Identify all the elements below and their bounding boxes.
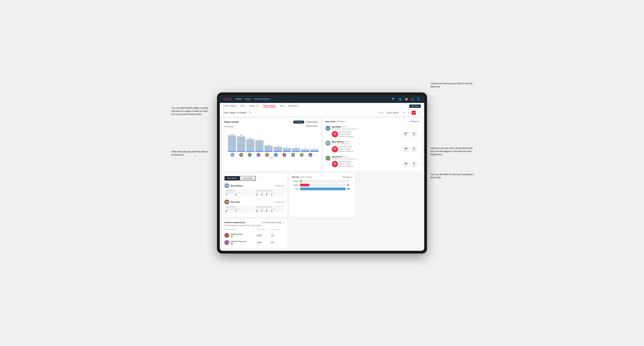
player-avatar-9[interactable]: LR <box>308 153 312 157</box>
best-shots-tab[interactable]: Best Shots <box>326 121 336 123</box>
shot-chevron-0[interactable]: › <box>419 126 420 129</box>
scoring-players-label: All Players <box>343 176 351 178</box>
bar-highlight-9 <box>310 151 318 152</box>
app-label-1: APP <box>261 208 264 210</box>
bar-9[interactable] <box>310 149 318 152</box>
practice-dropdown[interactable]: PUTT Must Make Putting … ▾ <box>262 222 285 223</box>
most-active-tab[interactable]: Most Active <box>224 176 240 180</box>
show-dropdown[interactable]: Last 3 months <box>385 111 400 114</box>
nav-item-teams[interactable]: Teams <box>245 98 251 100</box>
add-team-button[interactable]: Add Team <box>409 105 421 108</box>
player-avatar-3[interactable]: JC <box>256 153 260 157</box>
view-list-button[interactable]: ≡ <box>416 111 421 115</box>
on-course-label: On Course <box>224 126 234 128</box>
app-stat-1: APP 0 <box>261 208 264 212</box>
player-avatar-5[interactable]: OB <box>274 153 278 157</box>
scoring-bar-row-0: Eagles 3 <box>292 180 352 183</box>
putt-label-0: PUTT <box>271 192 275 194</box>
active-player-date-1: 02 Sep 2023 <box>275 201 285 203</box>
sub-nav-pgat[interactable]: PGAT Players <box>223 105 236 107</box>
annotation-filter: Filter what data you wish the table to b… <box>172 150 210 156</box>
col-pb-score: PB Score <box>257 229 271 230</box>
sub-nav-team-clippd[interactable]: Team Clippd <box>263 105 276 108</box>
bar-0[interactable] <box>228 135 236 152</box>
practice-activities-values-0: GTT 0 APP 0 ARG 0 PUTT 1 <box>256 192 284 196</box>
bar-highlight-2 <box>246 151 254 152</box>
practice-rows: Richard Butler 1 19/20 110 Edward Crossm… <box>224 232 285 246</box>
annotation-player-select: You can select which player is doing the… <box>172 106 210 116</box>
shot-entries: MM Matt Miller Hole 15 09 Jun 2023 · Roy… <box>326 124 420 169</box>
least-active-tab[interactable]: Least Active <box>240 176 256 180</box>
bar-group-3: 9 <box>255 138 264 152</box>
gtt-label-1: GTT <box>256 208 259 210</box>
bar-3[interactable] <box>255 140 264 152</box>
rank-badge-1: 2 <box>231 242 233 245</box>
scoring-bar-wrap-0 <box>300 180 346 183</box>
view-grid3-button[interactable]: ⊟ <box>407 111 411 115</box>
bar-1[interactable] <box>237 137 245 152</box>
pb-score-0: 19/20 <box>257 234 271 236</box>
sub-nav-pga[interactable]: PGA <box>240 105 245 107</box>
total-rounds-title-0: Total Rounds <box>226 190 253 191</box>
bar-5[interactable] <box>274 147 282 152</box>
player-avatar-7[interactable]: MM <box>291 153 295 157</box>
tournament-label-1: Tournament <box>226 208 233 210</box>
scoring-count-0: 3 <box>347 180 352 182</box>
bar-group-9: 2 <box>310 147 318 152</box>
shot-info-0: Matt Miller Hole 15 09 Jun 2023 · Royal … <box>332 126 418 138</box>
edit-icon[interactable]: ✏️ <box>249 112 251 114</box>
player-avatar-8[interactable]: EC <box>300 153 304 157</box>
view-icons: ⊞ ⊟ ♥ ≡ <box>402 111 421 115</box>
total-rounds-chevron[interactable]: ▾ <box>318 125 318 127</box>
player-avatars-row: BMBBDFJCEEOBRBMMECLR <box>224 153 318 157</box>
bar-6[interactable] <box>283 148 291 152</box>
filter-on-course[interactable]: On Course <box>293 121 304 124</box>
view-heart-button[interactable]: ♥ <box>412 111 416 115</box>
bar-2[interactable] <box>246 139 254 152</box>
search-icon[interactable]: 🔍 <box>391 97 396 101</box>
player-avatar-0[interactable]: BM <box>230 153 234 157</box>
shot-chevron-1[interactable]: › <box>419 141 420 144</box>
nav-icons: 🔍 👥 🔔 ⊕ 👤 <box>391 97 421 101</box>
shot-details-0: 200 SG Shot Dist: 67 yds Start Lie: Roug… <box>332 131 418 138</box>
all-shots-dropdown[interactable]: All Shots ▾ <box>337 121 345 123</box>
shot-avatar-1: BM <box>326 141 330 146</box>
team-header-right: Show: Last 3 months ⊞ ⊟ ♥ ≡ <box>378 111 421 115</box>
nav-item-performance[interactable]: My Performance <box>254 98 270 100</box>
arg-value-1: 0 <box>266 210 269 212</box>
top-nav: clippd Home Teams My Performance 🔍 👥 🔔 ⊕… <box>220 95 424 103</box>
shot-chevron-2[interactable]: › <box>419 156 420 159</box>
practice-activities-section-1: Total Practice Activities GTT 0 APP 0 AR… <box>255 205 285 213</box>
users-icon[interactable]: 👥 <box>398 97 402 101</box>
bar-4[interactable] <box>264 145 273 152</box>
sub-nav-hcaps[interactable]: Hcaps 1-5 <box>249 105 259 107</box>
gtt-label-0: GTT <box>256 192 259 194</box>
bell-icon[interactable]: 🔔 <box>404 97 408 101</box>
tournament-label-0: Tournament <box>226 192 233 194</box>
add-icon[interactable]: ⊕ <box>411 97 414 101</box>
arg-label-0: ARG <box>266 192 269 194</box>
player-avatar-4[interactable]: EE <box>265 153 269 157</box>
app-value-0: 0 <box>261 194 264 196</box>
sub-nav-all-players[interactable]: All Players <box>288 105 298 107</box>
practice-subtitle: PUTT Must Make Putting (3-6 ft), Last 3 … <box>224 224 285 226</box>
bar-highlight-3 <box>255 151 264 152</box>
scoring-players-dropdown[interactable]: All Players ▾ <box>343 176 352 178</box>
player-avatar-6[interactable]: RB <box>282 153 286 157</box>
shot-text-2: Shot Dist: 16 yds Start Lie: Rough End L… <box>339 161 401 168</box>
bar-7[interactable] <box>292 148 300 152</box>
stats-grid-0: Total Rounds Tournament 7 Practice 6 Tot… <box>224 189 285 197</box>
scoring-par-dropdown[interactable]: Par 3, 4 & 5s ▾ <box>300 176 312 178</box>
user-icon[interactable]: 👤 <box>416 97 421 101</box>
bar-group-2: 10 <box>246 137 254 152</box>
bar-8[interactable] <box>301 149 309 152</box>
view-grid2-button[interactable]: ⊞ <box>402 111 406 115</box>
all-players-dropdown[interactable]: All Players ▾ <box>410 121 420 123</box>
player-avatar-2[interactable]: DF <box>248 153 252 157</box>
sub-nav-tour[interactable]: Tour <box>280 105 284 107</box>
player-activity-card: Player Activity On Course Practice Drill… <box>222 118 321 172</box>
filter-practice[interactable]: Practice Drills <box>305 121 318 124</box>
nav-item-home[interactable]: Home <box>236 98 241 100</box>
bars-wrapper: 13 12 10 9 5 4 <box>228 129 318 152</box>
player-avatar-1[interactable]: BB <box>239 153 243 157</box>
